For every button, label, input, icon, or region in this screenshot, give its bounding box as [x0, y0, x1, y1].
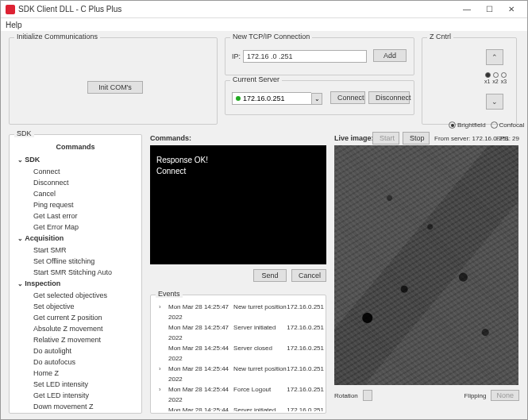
flipping-value[interactable]: None	[491, 390, 519, 401]
expand-icon: ›	[159, 384, 161, 395]
tree-item[interactable]: Home Z	[33, 368, 137, 379]
z-speed-x1-label: x1	[484, 79, 490, 84]
group-events: Events ›Mon Mar 28 14:25:47 2022New turr…	[150, 295, 326, 414]
status-dot-icon	[236, 96, 241, 101]
rotation-label: Rotation	[334, 392, 358, 399]
window-title: SDK Client DLL - C Plus Plus	[18, 5, 121, 13]
commands-tree[interactable]: Commands SDKConnectDisconnectCancelPing …	[11, 137, 140, 411]
live-image	[334, 145, 518, 385]
close-icon: ✕	[508, 5, 515, 13]
z-speed-x3-label: x3	[501, 79, 507, 84]
event-row[interactable]: ›Mon Mar 28 14:25:44 2022New turret posi…	[152, 364, 324, 384]
event-row[interactable]: Mon Mar 28 14:25:47 2022Server initiated…	[152, 322, 324, 343]
stop-button[interactable]: Stop	[403, 132, 430, 144]
chevron-up-icon: ⌃	[491, 53, 498, 61]
tree-group[interactable]: Acquisition	[17, 233, 137, 245]
init-coms-button[interactable]: Init COM's	[87, 81, 143, 94]
event-time: Mon Mar 28 14:25:44 2022	[168, 364, 233, 384]
expand-icon: ›	[159, 364, 161, 374]
events-list[interactable]: ›Mon Mar 28 14:25:47 2022New turret posi…	[152, 302, 324, 411]
event-time: Mon Mar 28 14:25:47 2022	[168, 322, 233, 343]
event-ip: 172.16.0.251	[287, 302, 324, 322]
tree-item[interactable]: Do autofocus	[33, 356, 137, 368]
event-row[interactable]: Mon Mar 28 14:25:44 2022Server initiated…	[152, 405, 324, 411]
tree-item[interactable]: Start SMR Stitching Auto	[33, 267, 137, 278]
mode-confocal-radio[interactable]: Confocal	[491, 121, 525, 129]
tree-item[interactable]: Set objective	[33, 301, 137, 312]
tree-item[interactable]: Set LED intensity	[33, 379, 137, 390]
content: Initialize Communications Init COM's New…	[1, 31, 527, 419]
tree-item[interactable]: Cancel	[33, 188, 137, 199]
titlebar: SDK Client DLL - C Plus Plus — ☐ ✕	[1, 1, 527, 18]
z-up-button[interactable]: ⌃	[486, 49, 503, 65]
group-sdk-tree: SDK Commands SDKConnectDisconnectCancelP…	[9, 134, 142, 414]
tree-group[interactable]: SDK	[17, 154, 137, 166]
group-current-server: Current Server 172.16.0.251 ⌄ Connect Di…	[225, 80, 414, 115]
event-msg: Server closed	[233, 343, 287, 364]
maximize-icon: ☐	[486, 5, 493, 13]
tree-item[interactable]: Get Error Map	[33, 222, 137, 233]
event-time: Mon Mar 28 14:25:44 2022	[168, 384, 233, 405]
tree-item[interactable]: Get Last error	[33, 210, 137, 222]
minimize-icon: —	[463, 5, 471, 13]
close-button[interactable]: ✕	[500, 2, 522, 17]
z-speed-x1-dot[interactable]	[485, 72, 491, 78]
z-down-button[interactable]: ⌄	[486, 94, 503, 110]
event-ip: 172.16.0.251	[287, 322, 324, 343]
event-row[interactable]: ›Mon Mar 28 14:25:47 2022New turret posi…	[152, 302, 324, 322]
connect-button[interactable]: Connect	[330, 91, 365, 104]
cancel-button[interactable]: Cancel	[291, 269, 326, 282]
event-msg: New turret position	[233, 302, 287, 322]
ip-input[interactable]	[243, 50, 367, 63]
group-current-server-title: Current Server	[230, 75, 282, 83]
tree-item[interactable]: Get current Z position	[33, 312, 137, 323]
rotation-value[interactable]	[363, 390, 373, 401]
console-line: Connect	[156, 166, 320, 177]
tree-group[interactable]: Inspection	[17, 278, 137, 290]
z-speed-x2-label: x2	[492, 79, 498, 84]
send-button[interactable]: Send	[253, 269, 287, 282]
tree-item[interactable]: Disconnect	[33, 177, 137, 188]
tree-item[interactable]: Connect	[33, 166, 137, 177]
group-init-comm: Initialize Communications Init COM's	[9, 37, 218, 125]
event-row[interactable]: Mon Mar 28 14:25:44 2022Server closed172…	[152, 343, 324, 364]
group-init-comm-title: Initialize Communications	[14, 33, 100, 40]
menu-help[interactable]: Help	[6, 21, 22, 29]
minimize-button[interactable]: —	[456, 2, 478, 17]
add-button[interactable]: Add	[373, 49, 407, 62]
tree-item[interactable]: Get LED intensity	[33, 390, 137, 401]
event-msg: Server initiated	[233, 405, 287, 411]
flipping-label: Flipping	[464, 392, 486, 399]
live-image-label: Live image:	[334, 134, 374, 142]
tree-item[interactable]: Do autolight	[33, 345, 137, 356]
start-button[interactable]: Start	[372, 132, 399, 144]
event-ip: 172.16.0.251	[287, 343, 324, 364]
maximize-button[interactable]: ☐	[478, 2, 500, 17]
tree-item[interactable]: Absolute Z movement	[33, 323, 137, 334]
group-z-cntrl-title: Z Cntrl	[427, 33, 453, 40]
chevron-down-icon: ⌄	[311, 93, 322, 105]
tree-item[interactable]: Get selected objectives	[33, 290, 137, 301]
tree-item[interactable]: Down movement Z	[33, 401, 137, 411]
menubar: Help	[1, 18, 527, 31]
commands-console: Response OK! Connect	[150, 145, 326, 264]
tree-item[interactable]: Relative Z movement	[33, 334, 137, 345]
current-server-value: 172.16.0.251	[243, 94, 285, 102]
current-server-combo[interactable]: 172.16.0.251 ⌄	[232, 92, 322, 105]
group-tcpip-title: New TCP/IP Connection	[230, 33, 312, 40]
disconnect-button[interactable]: Disconnect	[368, 91, 410, 104]
fps-readout: FPS: 29	[496, 135, 519, 142]
mode-brightfield-radio[interactable]: Brightfield	[449, 121, 486, 129]
z-speed-x2-dot[interactable]	[493, 72, 499, 78]
tree-item[interactable]: Start SMR	[33, 245, 137, 256]
tree-item[interactable]: Set Offline stitching	[33, 256, 137, 267]
app-window: SDK Client DLL - C Plus Plus — ☐ ✕ Help …	[0, 0, 528, 420]
tree-item[interactable]: Ping request	[33, 199, 137, 210]
event-msg: Force Logout	[233, 384, 287, 405]
event-ip: 172.16.0.251	[287, 384, 324, 405]
z-speed-selector: x1 x2 x3	[478, 70, 513, 84]
z-speed-x3-dot[interactable]	[501, 72, 507, 78]
event-row[interactable]: ›Mon Mar 28 14:25:44 2022Force Logout172…	[152, 384, 324, 405]
group-z-cntrl: Z Cntrl ⌃ x1 x2 x3 ⌄	[422, 37, 517, 125]
group-tcpip: New TCP/IP Connection IP: Add	[225, 37, 414, 75]
